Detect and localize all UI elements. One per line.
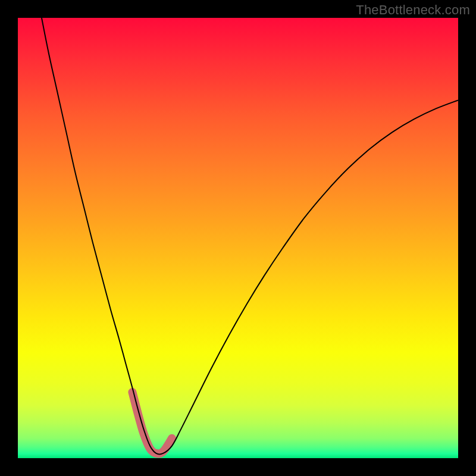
chart-stage: TheBottleneck.com (0, 0, 476, 476)
valley-highlight-path (132, 392, 172, 454)
plot-area (18, 18, 458, 458)
watermark-text: TheBottleneck.com (356, 2, 470, 18)
bottleneck-curve-layer (18, 18, 458, 458)
bottleneck-curve-path (42, 18, 458, 455)
